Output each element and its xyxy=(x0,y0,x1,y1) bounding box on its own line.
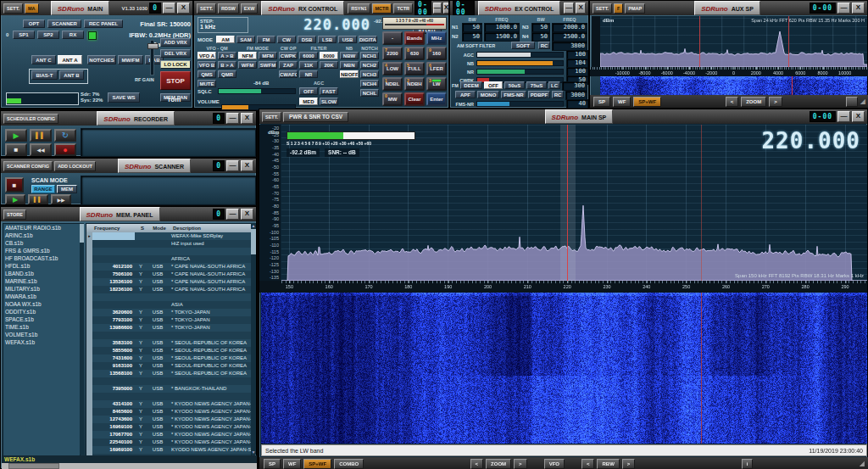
memory-bank-item[interactable]: AMATEUR RADIO.s1b xyxy=(3,224,80,232)
keypad-key[interactable]: MW0 xyxy=(382,92,403,106)
minimize-icon[interactable]: — xyxy=(226,113,239,124)
store-button[interactable]: STORE xyxy=(3,209,26,220)
resize-grip-icon[interactable]: ◢ xyxy=(860,98,865,105)
n4-bw-field[interactable]: 50 xyxy=(531,32,550,42)
sp-button[interactable]: SP xyxy=(264,459,281,469)
rsyn1-button[interactable]: RSYN1 xyxy=(348,3,370,14)
rx-grid-button[interactable]: NBN xyxy=(340,61,359,69)
column-header[interactable]: Description xyxy=(170,224,251,232)
combo-button[interactable]: COMBO xyxy=(334,459,364,469)
aux-sp-wf-button[interactable]: SP+WF xyxy=(633,97,661,107)
scrollbar-thumb[interactable] xyxy=(8,463,59,469)
minimize-icon[interactable]: — xyxy=(564,3,574,14)
rx-grid-button[interactable]: A > B xyxy=(218,52,236,59)
memory-bank-item[interactable]: HFDL.s1b xyxy=(3,262,80,270)
notches-button[interactable]: NOTCHES xyxy=(87,55,116,64)
column-header[interactable]: Mode xyxy=(148,224,170,232)
rx-grid-button[interactable]: VFO B xyxy=(198,61,216,69)
memory-bank-item[interactable]: MARINE.s1b xyxy=(3,277,80,285)
memory-bank-item[interactable]: ARINC.s1b xyxy=(3,232,80,239)
del-vrx-button[interactable]: DEL VRX xyxy=(160,49,191,58)
keypad-key[interactable]: NDBH2 xyxy=(404,77,425,91)
memory-bank-item[interactable]: LBAND.s1b xyxy=(3,270,80,277)
aux-sp-button[interactable]: SP xyxy=(593,97,610,107)
memory-bank-item[interactable]: VOLMET.s1b xyxy=(3,331,80,338)
scan-range-button[interactable]: RANGE xyxy=(31,185,55,193)
n2-bw-field[interactable]: 50 xyxy=(462,32,482,42)
mode-button[interactable]: CW xyxy=(277,36,296,43)
keypad-key[interactable]: 22007 xyxy=(382,47,403,60)
deem-50us-button[interactable]: 50uS xyxy=(504,81,525,89)
keypad-key[interactable]: LW3 xyxy=(426,77,447,91)
table-row[interactable]: 5855600YUSB* SEOUL-REPUBLIC OF KOREA xyxy=(86,347,251,355)
agc-fast-button[interactable]: FAST xyxy=(320,87,338,95)
wf-button[interactable]: WF xyxy=(283,459,301,469)
n1-freq-field[interactable]: 1000.0 xyxy=(484,23,520,32)
agc-slider[interactable] xyxy=(476,52,564,58)
rx-grid-button[interactable]: WFM xyxy=(238,61,257,69)
keypad-key[interactable]: 6308 xyxy=(404,47,425,60)
table-row[interactable]: 8465600YUSB* KYODO NEWS AGENCY JAPAN-S xyxy=(86,408,251,416)
column-header[interactable]: Frequency xyxy=(92,224,136,232)
rx-grid-button[interactable]: NR xyxy=(299,70,318,78)
rx-grid-button[interactable]: 11K xyxy=(299,61,318,69)
scrollbar-thumb[interactable] xyxy=(251,229,256,254)
main-waterfall[interactable] xyxy=(261,293,867,444)
rx-grid-button[interactable]: 20K xyxy=(320,61,338,69)
main-settings-button[interactable]: SETT. xyxy=(3,3,23,14)
record-rec-button[interactable]: ● xyxy=(54,143,76,156)
n3-bw-field[interactable]: 50 xyxy=(531,23,550,32)
exw-button[interactable]: EXW xyxy=(241,3,259,14)
rf-gain-thumb[interactable] xyxy=(147,43,159,49)
scan-mem-button[interactable]: MEM xyxy=(57,185,77,193)
mode-button[interactable]: AM xyxy=(216,36,235,43)
agc-med-button[interactable]: MED xyxy=(299,98,318,105)
step-box[interactable]: STEP: 1 kHz xyxy=(198,17,248,33)
memory-bank-item[interactable]: MWARA.s1b xyxy=(3,293,80,300)
close-icon[interactable]: X xyxy=(576,3,586,14)
vfo-button[interactable]: VFO xyxy=(544,459,565,469)
table-row[interactable] xyxy=(86,332,251,339)
memory-bank-item[interactable]: NOAA WX.s1b xyxy=(3,300,80,308)
mem-h-scrollbar[interactable] xyxy=(2,463,257,469)
ant-b-button[interactable]: ANT B xyxy=(59,70,84,80)
record-pause-button[interactable]: ▌▌ xyxy=(30,129,52,142)
keypad-key[interactable]: NDBL1 xyxy=(382,77,403,91)
rx-settings-button[interactable]: SETT. xyxy=(197,3,216,14)
rx-grid-button[interactable]: NBW xyxy=(340,52,359,59)
aux-f-button[interactable]: F xyxy=(614,3,623,14)
add-lockout-button[interactable]: ADD LOCKOUT xyxy=(54,161,96,171)
minimize-icon[interactable]: — xyxy=(163,3,175,14)
fms-nr-button[interactable]: FMS-NR xyxy=(501,91,526,98)
scanner-config-button[interactable]: SCANNER CONFIG xyxy=(3,161,53,171)
minimize-icon[interactable]: — xyxy=(226,209,239,220)
scroll-down-icon[interactable]: ▼ xyxy=(251,449,256,455)
rx-grid-button[interactable]: NCH3 xyxy=(360,70,379,78)
nb-slider[interactable] xyxy=(476,60,564,66)
table-row[interactable] xyxy=(86,393,251,400)
mctr-button[interactable]: MCTR xyxy=(372,3,392,14)
tctr-button[interactable]: TCTR xyxy=(393,3,413,14)
rx-grid-button[interactable]: NBOFF xyxy=(340,70,359,78)
pwr-snr-csv-button[interactable]: PWR & SNR TO CSV xyxy=(283,112,348,122)
keypad-key[interactable]: FULL5 xyxy=(404,62,425,75)
table-row[interactable]: 12743600YUSB* KYODO NEWS AGENCY JAPAN-S xyxy=(86,416,251,423)
bank-list-scrollbar[interactable] xyxy=(80,223,84,455)
table-row[interactable] xyxy=(86,248,251,255)
keypad-key[interactable]: LOW4 xyxy=(382,62,403,75)
close-icon[interactable]: X xyxy=(241,160,253,171)
aux-zoom-out-button[interactable]: < xyxy=(726,97,739,107)
scheduler-config-button[interactable]: SCHEDULER CONFIG xyxy=(3,114,58,124)
ant-c-button[interactable]: ANT C xyxy=(31,55,56,64)
rf-gain-slider[interactable] xyxy=(150,40,154,75)
nch4-button[interactable]: NCH4 xyxy=(360,80,379,87)
apf-button[interactable]: APF xyxy=(455,91,476,98)
n3-freq-field[interactable]: 2000.0 xyxy=(552,23,587,32)
table-row[interactable] xyxy=(86,293,251,301)
minimize-icon[interactable]: — xyxy=(226,160,239,171)
rx-grid-button[interactable]: B > A xyxy=(218,61,236,69)
table-row[interactable]: 17067700YUSB* KYODO NEWS AGENCY JAPAN-S xyxy=(86,431,251,438)
scanner-button[interactable]: SCANNER xyxy=(47,20,81,28)
rx-grid-button[interactable]: VFO A xyxy=(198,52,216,59)
close-icon[interactable]: X xyxy=(177,3,190,14)
